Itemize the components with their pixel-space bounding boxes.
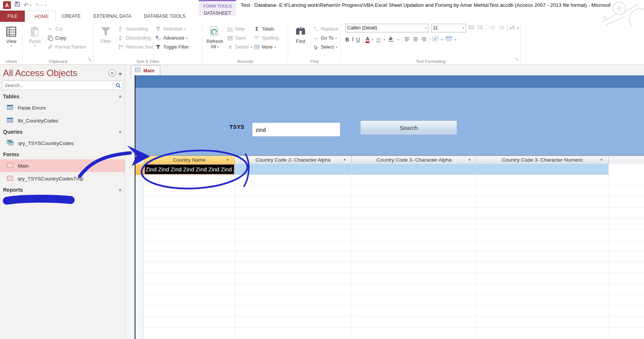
gridlines-button[interactable] xyxy=(432,36,439,43)
collapse-section-icon[interactable]: « xyxy=(118,95,123,98)
cell-cc2-alpha[interactable] xyxy=(235,164,352,175)
tab-external-data[interactable]: EXTERNAL DATA xyxy=(87,11,137,22)
font-size-combo[interactable]: 11▾ xyxy=(431,24,466,32)
nav-item-paste-errors[interactable]: Paste Errors xyxy=(0,101,125,114)
column-dropdown-icon[interactable]: ▼ xyxy=(600,158,603,162)
cell-cc3-numeric[interactable] xyxy=(477,164,609,175)
qat-customize-icon[interactable]: ⸱▾ xyxy=(44,3,46,8)
ribbon-group-find: Find ab→acReplace →Go To▾ Select▾ Find xyxy=(288,22,341,64)
ribbon-group-clipboard: Paste ▾ ✂Cut Copy Format Painter Clipboa… xyxy=(23,22,93,64)
column-dropdown-icon[interactable]: ▼ xyxy=(468,158,471,162)
nav-search-input[interactable] xyxy=(2,83,113,88)
column-header-cc3-numeric[interactable]: Country Code 3- Character Numeric▼ xyxy=(477,156,609,164)
format-painter-button[interactable]: Format Painter xyxy=(47,43,87,51)
selection-button[interactable]: Selection▾ xyxy=(155,25,189,33)
descending-button[interactable]: ZA↓Descending xyxy=(118,34,153,42)
column-header-cc2-alpha[interactable]: Country Code 2- Character Alpha▼ xyxy=(235,156,352,164)
font-name-combo[interactable]: Calibri (Detail)▾ xyxy=(345,24,428,32)
numbering-button[interactable]: 123 xyxy=(477,24,483,31)
align-right-button[interactable] xyxy=(421,36,427,43)
new-record-button[interactable]: New xyxy=(227,25,252,33)
bullets-button[interactable] xyxy=(469,24,475,31)
cut-button[interactable]: ✂Cut xyxy=(47,25,87,33)
ascending-button[interactable]: AZ↓Ascending xyxy=(118,25,153,33)
alternate-row-color-button[interactable] xyxy=(445,36,452,43)
contextual-group-label: FORM TOOLS xyxy=(199,0,236,11)
spelling-button[interactable]: ABC✓Spelling xyxy=(254,34,278,42)
cell-country-name-selected[interactable]: Zind Zind Zind Zind Zind Zind Zind Z xyxy=(144,164,235,175)
redo-caret-icon[interactable]: ▾ xyxy=(41,4,43,7)
increase-indent-button[interactable] xyxy=(489,24,495,31)
collapse-section-icon[interactable]: « xyxy=(118,130,123,133)
paste-button[interactable]: Paste ▾ xyxy=(24,23,46,57)
go-to-button[interactable]: →Go To▾ xyxy=(313,34,338,42)
datasheet-view-icon xyxy=(6,24,17,39)
totals-button[interactable]: ΣTotals xyxy=(254,25,278,33)
search-icon[interactable] xyxy=(113,81,123,90)
refresh-all-button[interactable]: RefreshAll ▾ xyxy=(204,23,225,57)
undo-caret-icon[interactable]: ▾ xyxy=(30,4,32,7)
background-color-button[interactable] xyxy=(387,36,395,43)
nav-section-queries[interactable]: Queries« xyxy=(0,127,125,137)
text-direction-button[interactable]: ▸¶ xyxy=(510,25,515,31)
view-button[interactable]: View ▾ xyxy=(2,23,21,57)
underline-button[interactable]: U xyxy=(356,37,360,43)
undo-icon[interactable]: ↶ xyxy=(24,2,29,9)
cell-cc3-alpha[interactable] xyxy=(352,164,477,175)
nav-item-report-redacted[interactable] xyxy=(0,195,125,206)
tab-home[interactable]: HOME xyxy=(28,11,56,22)
nav-item-qry-tsyscountrycodes[interactable]: qry_TSYSCountryCodes xyxy=(0,137,125,150)
nav-menu-dropdown-icon[interactable]: ▼ xyxy=(108,69,116,77)
redo-icon[interactable]: ↷ xyxy=(35,2,39,9)
text-formatting-dialog-launcher-icon[interactable] xyxy=(515,56,519,63)
copy-button[interactable]: Copy xyxy=(47,34,87,42)
italic-button[interactable]: I xyxy=(352,37,354,43)
format-painter-icon xyxy=(47,44,53,50)
clipboard-dialog-launcher-icon[interactable] xyxy=(88,56,91,63)
column-dropdown-icon[interactable]: ▼ xyxy=(343,158,346,162)
nav-section-forms[interactable]: Forms« xyxy=(0,150,125,159)
document-tab-main[interactable]: Main xyxy=(131,65,160,75)
datasheet-corner-selector[interactable] xyxy=(135,156,144,164)
tab-database-tools[interactable]: DATABASE TOOLS xyxy=(138,11,192,22)
collapse-section-icon[interactable]: « xyxy=(118,153,123,156)
align-left-button[interactable] xyxy=(404,36,410,43)
column-dropdown-icon[interactable]: ▼ xyxy=(226,158,229,162)
font-color-button[interactable]: A xyxy=(366,37,369,43)
highlight-color-button[interactable]: ab xyxy=(376,37,381,43)
filter-button[interactable]: Filter xyxy=(95,23,116,57)
save-record-button[interactable]: Save xyxy=(227,34,252,42)
shutter-bar-collapse-icon[interactable]: « xyxy=(119,70,122,76)
tab-datasheet[interactable]: DATASHEET xyxy=(199,11,236,16)
toggle-filter-button[interactable]: Toggle Filter xyxy=(155,43,189,51)
advanced-button[interactable]: Advanced▾ xyxy=(155,34,189,42)
remove-sort-button[interactable]: AZ✕Remove Sort xyxy=(118,43,153,51)
nav-section-tables[interactable]: Tables« xyxy=(0,92,125,101)
more-button[interactable]: More▾ xyxy=(254,43,278,51)
tab-file[interactable]: FILE xyxy=(0,11,25,22)
nav-section-reports[interactable]: Reports« xyxy=(0,185,125,195)
nav-item-main-form[interactable]: Main xyxy=(0,159,125,172)
align-center-button[interactable] xyxy=(413,36,418,43)
save-icon[interactable] xyxy=(14,1,20,9)
decrease-indent-button[interactable] xyxy=(498,24,504,31)
nav-item-tbl-countrycodes[interactable]: tbl_CountryCodes xyxy=(0,114,125,127)
select-button[interactable]: Select▾ xyxy=(313,43,338,51)
replace-button[interactable]: ab→acReplace xyxy=(313,25,338,33)
search-button[interactable]: Search xyxy=(360,121,457,135)
find-button[interactable]: Find xyxy=(290,23,311,57)
column-header-cc3-alpha[interactable]: Country Code 3- Character Alpha▼ xyxy=(352,156,477,164)
form-icon xyxy=(7,176,13,182)
nav-item-qry-tsyscountrycodestmp-form[interactable]: qry_TSYSCountryCodesTmp xyxy=(0,172,125,185)
ribbon-group-sort-filter: Filter AZ↓Ascending ZA↓Descending AZ✕Rem… xyxy=(93,22,202,64)
access-app-icon[interactable]: A xyxy=(3,1,11,9)
column-header-country-name[interactable]: Country Name▼ xyxy=(144,156,235,164)
tab-create[interactable]: CREATE xyxy=(56,11,87,22)
row-selector[interactable] xyxy=(135,164,144,175)
datasheet-empty-rows[interactable] xyxy=(135,175,644,339)
record-selector-column[interactable] xyxy=(135,175,144,339)
tsys-search-input[interactable] xyxy=(252,122,340,137)
delete-record-button[interactable]: Delete▾ xyxy=(227,43,252,51)
bold-button[interactable]: B xyxy=(345,37,349,43)
collapse-section-icon[interactable]: « xyxy=(118,188,123,191)
